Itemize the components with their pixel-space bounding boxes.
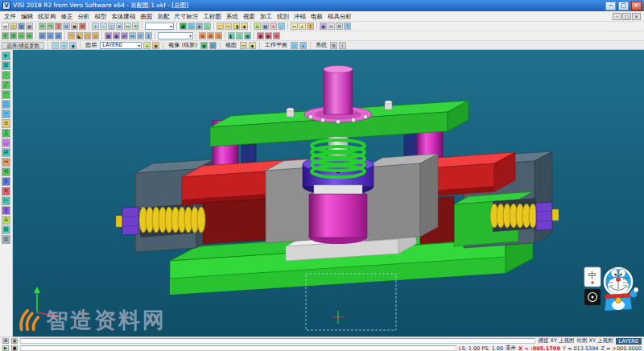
spline-create-icon[interactable]: ~ xyxy=(2,109,10,118)
layers-icon[interactable]: ≡ xyxy=(254,23,261,30)
trim-curve-icon[interactable]: ╳ xyxy=(2,129,10,138)
layer-assign-icon[interactable]: ▤ xyxy=(2,225,10,234)
shaded-view-icon[interactable]: ◉ xyxy=(180,23,187,30)
layer-combo[interactable]: LAYER0 xyxy=(100,42,142,49)
menu-edit[interactable]: 编辑 xyxy=(19,11,35,22)
zoom-in-icon[interactable]: + xyxy=(92,23,99,30)
mass-properties-icon[interactable]: ◉ xyxy=(320,23,327,30)
menu-system[interactable]: 系统 xyxy=(224,11,241,22)
mirror-feature-icon[interactable]: ⇄ xyxy=(121,32,128,39)
undo-icon[interactable]: ↶ xyxy=(39,23,46,30)
help-icon[interactable]: ? xyxy=(344,23,351,30)
redo-icon[interactable]: ↷ xyxy=(47,23,54,30)
filter-points-icon[interactable]: · xyxy=(52,42,59,49)
zoom-fit-icon[interactable]: ◱ xyxy=(108,23,115,30)
copy-icon[interactable]: ⧉ xyxy=(63,23,70,30)
render-icon[interactable]: ◉ xyxy=(257,32,264,39)
view-top-icon[interactable]: ▭ xyxy=(240,42,247,49)
hole-feature-icon[interactable]: ◎ xyxy=(92,32,99,39)
filter-curves-icon[interactable]: ~ xyxy=(60,42,68,49)
minimize-button[interactable]: ─ xyxy=(605,2,616,10)
delete-icon[interactable]: ✕ xyxy=(79,23,86,30)
delete-entity-icon[interactable]: ✕ xyxy=(2,187,10,196)
perspective-icon[interactable]: △ xyxy=(204,23,211,30)
shading-wire-icon[interactable]: ◇ xyxy=(209,42,217,49)
move-entity-icon[interactable]: ↔ xyxy=(2,158,10,167)
text-annotation-icon[interactable]: A xyxy=(2,216,10,225)
menu-solid-modeling[interactable]: 实体建模 xyxy=(109,11,138,22)
view-iso-icon[interactable]: ◆ xyxy=(249,42,256,49)
dimension-tool-icon[interactable]: ∥ xyxy=(2,206,10,215)
menu-drawing[interactable]: 工程图 xyxy=(201,11,225,22)
mdi-minimize-button[interactable]: ─ xyxy=(613,13,621,20)
point-create-icon[interactable]: · xyxy=(2,71,10,80)
part-magenta-cylinder[interactable] xyxy=(309,194,367,244)
shading-shaded-icon[interactable]: ◉ xyxy=(200,42,208,49)
calculator-icon[interactable]: ⊞ xyxy=(328,23,335,30)
open-file-icon[interactable]: ◫ xyxy=(10,23,17,30)
zoom-out-icon[interactable]: − xyxy=(100,23,107,30)
explode-view-icon[interactable]: △ xyxy=(236,32,243,39)
offset-curve-icon[interactable]: ≡ xyxy=(2,119,10,128)
loft-icon[interactable]: ≈ xyxy=(26,32,33,39)
move-icon[interactable]: ↔ xyxy=(129,32,136,39)
stop-macro-icon[interactable]: ■ xyxy=(11,345,18,351)
mdi-close-button[interactable]: ✕ xyxy=(632,13,641,20)
menu-machining[interactable]: 加工 xyxy=(258,11,275,22)
extrude-icon[interactable]: ↑ xyxy=(2,32,9,39)
menu-assembly[interactable]: 装配 xyxy=(155,11,172,22)
assembly-add-icon[interactable]: ⊕ xyxy=(199,32,206,39)
hidden-line-icon[interactable]: ◈ xyxy=(196,23,203,30)
wireframe-view-icon[interactable]: ◇ xyxy=(188,23,195,30)
menu-wire-edm[interactable]: 线割 xyxy=(275,11,291,22)
fillet-feature-icon[interactable]: ◠ xyxy=(68,32,75,39)
boolean-subtract-icon[interactable]: − xyxy=(47,32,54,39)
revolve-icon[interactable]: ⟲ xyxy=(10,32,17,39)
top-view-icon[interactable]: ▭ xyxy=(225,23,232,30)
close-button[interactable]: ✕ xyxy=(631,2,642,10)
print-icon[interactable]: ▦ xyxy=(26,23,33,30)
measure-angle-icon[interactable]: ∠ xyxy=(299,23,306,30)
menu-die[interactable]: 冲模 xyxy=(291,11,308,22)
menu-wireframe[interactable]: 线架构 xyxy=(35,11,59,22)
save-file-icon[interactable]: ▥ xyxy=(18,23,25,30)
zoom-window-icon[interactable]: ⊞ xyxy=(116,23,123,30)
properties-edit-icon[interactable]: ≡ xyxy=(2,235,10,244)
interference-check-icon[interactable]: ⊙ xyxy=(215,32,222,39)
part-spring-right[interactable] xyxy=(490,202,559,230)
workplane-icon[interactable]: ◇ xyxy=(278,23,285,30)
grid-icon[interactable]: ▦ xyxy=(262,23,269,30)
pattern-circular-icon[interactable]: ◉ xyxy=(113,32,120,39)
menu-analysis[interactable]: 分析 xyxy=(76,11,93,22)
system-info-icon[interactable]: i xyxy=(339,42,346,49)
shell-feature-icon[interactable]: □ xyxy=(84,32,91,39)
workplane-new-icon[interactable]: + xyxy=(299,42,307,49)
iso-view-icon[interactable]: ◆ xyxy=(241,23,248,30)
menu-file[interactable]: 文件 xyxy=(2,11,19,22)
menu-surface[interactable]: 曲面 xyxy=(138,11,155,22)
part-top-cylinder[interactable] xyxy=(324,66,353,115)
bom-table-icon[interactable]: ▦ xyxy=(244,32,251,39)
menu-modify[interactable]: 修正 xyxy=(59,11,76,22)
layer-new-icon[interactable]: + xyxy=(143,42,151,49)
options-gear-icon[interactable]: ⚙ xyxy=(336,23,343,30)
filter-solids-icon[interactable]: ◆ xyxy=(69,42,76,49)
rotate-view-icon[interactable]: ⟲ xyxy=(132,23,139,30)
measure-distance-icon[interactable]: ↔ xyxy=(291,23,298,30)
pan-view-icon[interactable]: ↔ xyxy=(124,23,131,30)
rotate-entity-icon[interactable]: ⟲ xyxy=(2,167,10,176)
viewport-3d[interactable]: 中 xyxy=(13,50,644,337)
menu-window[interactable]: 视窗 xyxy=(241,11,258,22)
selection-params-tab[interactable]: 选择/捕捉参数 xyxy=(2,42,44,49)
mdi-restore-button[interactable]: □ xyxy=(622,13,631,20)
workplane-combo[interactable] xyxy=(158,32,193,39)
mirror-entity-icon[interactable]: ⇄ xyxy=(2,148,10,157)
measure-tool-icon[interactable]: ⊢ xyxy=(2,196,10,205)
section-view-icon[interactable]: ◧ xyxy=(228,32,235,39)
rotate-icon[interactable]: ⟳ xyxy=(137,32,144,39)
menu-dimension[interactable]: 尺寸标注 xyxy=(172,11,201,22)
pattern-linear-icon[interactable]: ▦ xyxy=(105,32,112,39)
scale-icon[interactable]: ↕ xyxy=(145,32,152,39)
active-config-combo[interactable] xyxy=(145,23,174,30)
boolean-intersect-icon[interactable]: ∩ xyxy=(55,32,62,39)
